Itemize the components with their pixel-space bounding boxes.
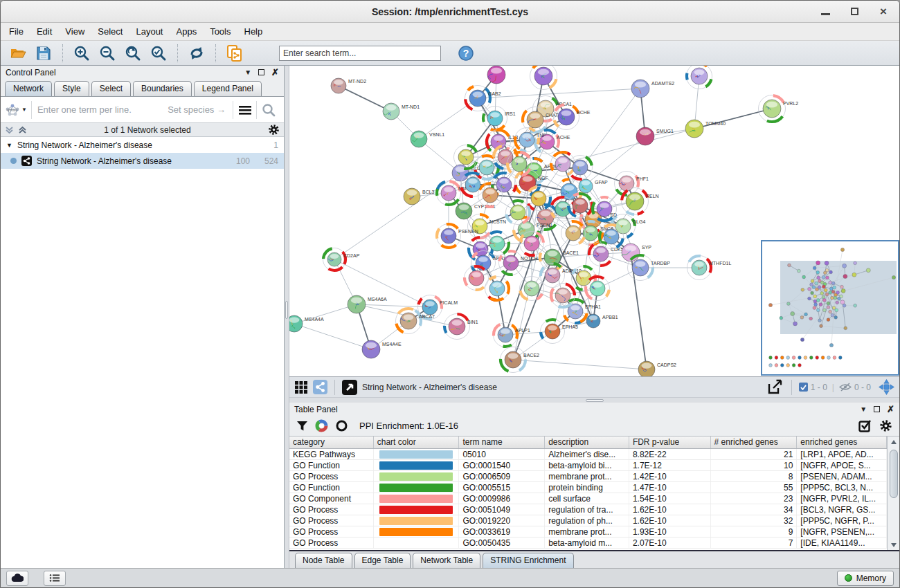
table-scrollbar[interactable] [887,437,899,550]
maximize-button[interactable] [849,7,859,17]
menu-select[interactable]: Select [98,26,123,37]
table-row[interactable]: GO ProcessGO:0019220regulation of ph...1… [289,515,887,526]
splitter-grip[interactable] [586,399,604,402]
clone-network-icon[interactable] [224,43,245,64]
panel-float-icon[interactable] [874,406,880,412]
network-node[interactable] [487,66,505,84]
string-app-selector[interactable]: STRING ▼ [5,101,32,119]
enrichment-table-header[interactable]: categorychart colorterm namedescriptionF… [289,437,887,449]
table-row[interactable]: GO FunctionGO:0001540beta-amyloid bi...1… [289,460,887,471]
network-node-CD2AP[interactable]: CD2AP [323,248,360,271]
menu-apps[interactable]: Apps [177,26,197,37]
grid-view-icon[interactable] [294,380,308,394]
scroll-up-icon[interactable] [888,437,899,447]
expand-all-icon[interactable] [18,126,27,134]
network-node-MTHFD1L[interactable]: MTHFD1L [687,256,732,280]
help-icon[interactable]: ? [456,43,476,64]
tab-network-table[interactable]: Network Table [413,553,480,568]
task-history-button[interactable] [44,571,66,586]
network-node-MS4A6A[interactable]: MS4A6A [348,295,387,313]
panel-close-icon[interactable]: ✗ [887,405,894,414]
network-node-ADAMTS2[interactable]: ADAMTS2 [631,80,674,98]
memory-button[interactable]: Memory [837,571,894,586]
network-options-gear-icon[interactable] [268,124,280,136]
panel-menu-caret-icon[interactable]: ▼ [860,405,867,413]
refresh-icon[interactable] [186,43,207,64]
automation-status-button[interactable] [6,571,28,586]
network-node-RELN[interactable]: RELN [622,188,659,215]
panel-splitter-vertical[interactable] [285,66,289,568]
zoom-out-icon[interactable] [97,43,118,64]
network-node-CADPS2[interactable]: CADPS2 [638,361,676,376]
tab-string-enrichment[interactable]: STRING Enrichment [483,553,573,568]
tab-edge-table[interactable]: Edge Table [354,553,411,568]
network-node[interactable] [551,284,575,308]
network-node-BACE2[interactable]: BACE2 [501,347,540,373]
network-node-TOMM40[interactable]: TOMM40 [685,120,726,138]
network-node-BCL3[interactable]: BCL3 [404,188,435,205]
network-node-MS4A4E[interactable]: MS4A4E [362,340,402,358]
panel-float-icon[interactable] [258,69,264,75]
column-header-enriched-genes[interactable]: enriched genes [797,437,887,448]
menu-help[interactable]: Help [244,26,263,37]
menu-edit[interactable]: Edit [37,26,52,37]
table-row[interactable]: GO ProcessGO:0051049regulation of tra...… [289,504,887,515]
detach-view-icon[interactable] [342,380,357,395]
share-view-icon[interactable] [313,380,327,394]
network-node-APBB1[interactable]: APBB1 [586,314,618,328]
enrichment-chart-icon[interactable] [315,419,328,432]
menu-view[interactable]: View [65,26,84,37]
column-header-fdr-p-value[interactable]: FDR p-value [629,437,711,448]
network-collection-row[interactable]: ▼ String Network - Alzheimer's disease 1 [1,137,284,153]
column-header-category[interactable]: category [289,437,374,448]
network-node[interactable] [485,277,510,301]
menu-file[interactable]: File [9,26,24,37]
search-input[interactable] [279,46,441,61]
network-node-SYP[interactable]: SYP [621,244,651,261]
tab-style[interactable]: Style [54,81,89,96]
string-search-icon[interactable] [256,101,280,119]
network-node-MT-ND1[interactable]: MT-ND1 [383,103,420,120]
panel-close-icon[interactable]: ✗ [271,68,279,77]
eye-slash-icon[interactable] [839,383,852,392]
network-node-PVRL2[interactable]: PVRL2 [759,95,799,122]
network-node[interactable] [687,66,712,89]
minimize-button[interactable] [820,7,830,17]
panel-splitter-horizontal[interactable] [289,397,899,403]
string-options-menu-icon[interactable] [233,101,256,119]
network-row[interactable]: String Network - Alzheimer's disease 100… [1,153,284,169]
table-row[interactable]: KEGG Pathways05010Alzheimer's dise...8.8… [289,449,887,460]
collapse-all-icon[interactable] [5,126,14,134]
menu-layout[interactable]: Layout [136,26,163,37]
network-node[interactable] [586,277,610,301]
column-header--enriched-genes[interactable]: # enriched genes [711,437,798,448]
table-row[interactable]: GO ComponentGO:0009986cell surface1.54E-… [289,493,887,504]
zoom-in-icon[interactable] [71,43,92,64]
table-row[interactable]: GO FunctionGO:0005515protein binding1.47… [289,482,887,493]
network-node[interactable] [465,266,489,291]
open-session-icon[interactable] [8,43,28,64]
tab-boundaries[interactable]: Boundaries [133,81,192,96]
ring-chart-icon[interactable] [335,419,348,432]
network-canvas[interactable]: MT-ND2MT-ND1VSNL1GAB2ABCA1ADAMTS2PVRL2TO… [289,66,899,376]
tab-select[interactable]: Select [91,81,131,96]
tab-legend-panel[interactable]: Legend Panel [194,81,262,96]
save-session-icon[interactable] [33,43,54,64]
table-row[interactable]: GO ProcessGO:0033619membrane prot...1.93… [289,526,887,538]
tree-expand-icon[interactable]: ▼ [6,142,12,149]
menu-tools[interactable]: Tools [210,26,231,37]
network-node-SMUG1[interactable]: SMUG1 [636,127,674,145]
zoom-selected-icon[interactable] [148,43,169,64]
network-node-GFAP[interactable]: GFAP [579,179,608,193]
panel-menu-caret-icon[interactable]: ▼ [244,68,251,76]
network-node-CYP19A1[interactable]: CYP19A1 [456,203,496,219]
network-node-NCSTN[interactable]: NCSTN [468,214,507,239]
birds-eye-view[interactable] [761,240,899,376]
birds-eye-toggle-icon[interactable] [879,379,894,395]
network-node[interactable] [530,66,557,90]
tab-node-table[interactable]: Node Table [295,553,352,568]
column-header-description[interactable]: description [545,437,629,448]
table-row[interactable]: GO ProcessGO:0006509membrane prot...1.42… [289,471,887,482]
tab-network[interactable]: Network [5,81,52,96]
column-header-term-name[interactable]: term name [459,437,545,448]
